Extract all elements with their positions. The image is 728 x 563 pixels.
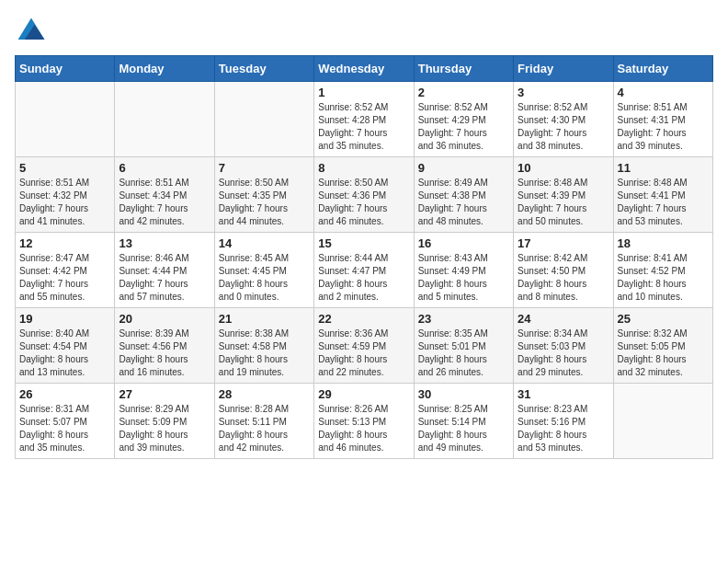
day-number: 24 — [518, 312, 609, 326]
day-number: 17 — [518, 236, 609, 250]
day-number: 2 — [418, 86, 509, 99]
calendar-cell: 10Sunrise: 8:48 AM Sunset: 4:39 PM Dayli… — [514, 157, 613, 233]
day-info: Sunrise: 8:38 AM Sunset: 4:58 PM Dayligh… — [219, 327, 310, 379]
calendar-cell: 27Sunrise: 8:29 AM Sunset: 5:09 PM Dayli… — [115, 384, 214, 459]
day-info: Sunrise: 8:44 AM Sunset: 4:47 PM Dayligh… — [318, 252, 409, 304]
calendar-cell: 18Sunrise: 8:41 AM Sunset: 4:52 PM Dayli… — [613, 233, 712, 308]
day-number: 19 — [19, 312, 110, 326]
calendar-header: SundayMondayTuesdayWednesdayThursdayFrid… — [16, 56, 713, 82]
day-info: Sunrise: 8:35 AM Sunset: 5:01 PM Dayligh… — [418, 327, 509, 379]
day-number: 13 — [119, 236, 210, 250]
calendar-week-row: 26Sunrise: 8:31 AM Sunset: 5:07 PM Dayli… — [16, 384, 713, 459]
weekday-header-saturday: Saturday — [613, 56, 712, 82]
calendar-table: SundayMondayTuesdayWednesdayThursdayFrid… — [15, 55, 713, 459]
day-number: 8 — [318, 161, 409, 175]
day-info: Sunrise: 8:46 AM Sunset: 4:44 PM Dayligh… — [119, 252, 210, 304]
day-number: 22 — [318, 312, 409, 326]
calendar-cell: 11Sunrise: 8:48 AM Sunset: 4:41 PM Dayli… — [613, 157, 712, 233]
day-info: Sunrise: 8:49 AM Sunset: 4:38 PM Dayligh… — [418, 177, 509, 228]
day-info: Sunrise: 8:28 AM Sunset: 5:11 PM Dayligh… — [219, 403, 310, 454]
calendar-cell: 6Sunrise: 8:51 AM Sunset: 4:34 PM Daylig… — [115, 157, 214, 233]
day-info: Sunrise: 8:23 AM Sunset: 5:16 PM Dayligh… — [518, 403, 609, 454]
day-info: Sunrise: 8:29 AM Sunset: 5:09 PM Dayligh… — [119, 403, 210, 454]
calendar-body: 1Sunrise: 8:52 AM Sunset: 4:28 PM Daylig… — [16, 82, 713, 459]
calendar-cell: 23Sunrise: 8:35 AM Sunset: 5:01 PM Dayli… — [414, 308, 513, 384]
day-number: 20 — [119, 312, 210, 326]
day-info: Sunrise: 8:25 AM Sunset: 5:14 PM Dayligh… — [418, 403, 509, 454]
weekday-header-thursday: Thursday — [414, 56, 513, 82]
day-number: 26 — [19, 387, 110, 401]
day-number: 12 — [19, 236, 110, 250]
day-info: Sunrise: 8:36 AM Sunset: 4:59 PM Dayligh… — [318, 327, 409, 379]
day-number: 15 — [318, 236, 409, 250]
calendar-cell: 12Sunrise: 8:47 AM Sunset: 4:42 PM Dayli… — [16, 233, 115, 308]
page-header — [15, 15, 713, 48]
day-info: Sunrise: 8:50 AM Sunset: 4:36 PM Dayligh… — [318, 177, 409, 228]
day-info: Sunrise: 8:47 AM Sunset: 4:42 PM Dayligh… — [19, 252, 110, 304]
day-number: 7 — [219, 161, 310, 175]
weekday-header-monday: Monday — [115, 56, 214, 82]
day-info: Sunrise: 8:48 AM Sunset: 4:39 PM Dayligh… — [518, 177, 609, 228]
calendar-cell: 5Sunrise: 8:51 AM Sunset: 4:32 PM Daylig… — [16, 157, 115, 233]
weekday-header-row: SundayMondayTuesdayWednesdayThursdayFrid… — [16, 56, 713, 82]
calendar-cell: 7Sunrise: 8:50 AM Sunset: 4:35 PM Daylig… — [214, 157, 313, 233]
day-info: Sunrise: 8:41 AM Sunset: 4:52 PM Dayligh… — [618, 252, 709, 304]
day-number: 6 — [119, 161, 210, 175]
weekday-header-sunday: Sunday — [16, 56, 115, 82]
calendar-cell: 2Sunrise: 8:52 AM Sunset: 4:29 PM Daylig… — [414, 82, 513, 157]
day-info: Sunrise: 8:43 AM Sunset: 4:49 PM Dayligh… — [418, 252, 509, 304]
day-number: 21 — [219, 312, 310, 326]
calendar-cell: 21Sunrise: 8:38 AM Sunset: 4:58 PM Dayli… — [214, 308, 313, 384]
calendar-week-row: 12Sunrise: 8:47 AM Sunset: 4:42 PM Dayli… — [16, 233, 713, 308]
calendar-cell — [214, 82, 313, 157]
day-info: Sunrise: 8:48 AM Sunset: 4:41 PM Dayligh… — [618, 177, 709, 228]
calendar-cell: 30Sunrise: 8:25 AM Sunset: 5:14 PM Dayli… — [414, 384, 513, 459]
calendar-week-row: 5Sunrise: 8:51 AM Sunset: 4:32 PM Daylig… — [16, 157, 713, 233]
logo-icon — [15, 15, 48, 48]
day-info: Sunrise: 8:40 AM Sunset: 4:54 PM Dayligh… — [19, 327, 110, 379]
calendar-week-row: 19Sunrise: 8:40 AM Sunset: 4:54 PM Dayli… — [16, 308, 713, 384]
day-number: 25 — [618, 312, 709, 326]
calendar-cell: 9Sunrise: 8:49 AM Sunset: 4:38 PM Daylig… — [414, 157, 513, 233]
calendar-cell — [115, 82, 214, 157]
calendar-cell: 15Sunrise: 8:44 AM Sunset: 4:47 PM Dayli… — [314, 233, 414, 308]
day-number: 23 — [418, 312, 509, 326]
day-info: Sunrise: 8:51 AM Sunset: 4:32 PM Dayligh… — [19, 177, 110, 228]
day-info: Sunrise: 8:45 AM Sunset: 4:45 PM Dayligh… — [219, 252, 310, 304]
calendar-cell — [613, 384, 712, 459]
day-info: Sunrise: 8:51 AM Sunset: 4:34 PM Dayligh… — [119, 177, 210, 228]
logo — [15, 15, 51, 48]
day-info: Sunrise: 8:52 AM Sunset: 4:30 PM Dayligh… — [518, 101, 609, 153]
calendar-cell: 22Sunrise: 8:36 AM Sunset: 4:59 PM Dayli… — [314, 308, 414, 384]
calendar-week-row: 1Sunrise: 8:52 AM Sunset: 4:28 PM Daylig… — [16, 82, 713, 157]
calendar-cell: 29Sunrise: 8:26 AM Sunset: 5:13 PM Dayli… — [314, 384, 414, 459]
calendar-cell: 20Sunrise: 8:39 AM Sunset: 4:56 PM Dayli… — [115, 308, 214, 384]
day-number: 5 — [19, 161, 110, 175]
calendar-cell: 14Sunrise: 8:45 AM Sunset: 4:45 PM Dayli… — [214, 233, 313, 308]
calendar-cell: 16Sunrise: 8:43 AM Sunset: 4:49 PM Dayli… — [414, 233, 513, 308]
day-info: Sunrise: 8:34 AM Sunset: 5:03 PM Dayligh… — [518, 327, 609, 379]
day-number: 18 — [618, 236, 709, 250]
calendar-cell: 24Sunrise: 8:34 AM Sunset: 5:03 PM Dayli… — [514, 308, 613, 384]
calendar-cell: 1Sunrise: 8:52 AM Sunset: 4:28 PM Daylig… — [314, 82, 414, 157]
day-info: Sunrise: 8:32 AM Sunset: 5:05 PM Dayligh… — [618, 327, 709, 379]
day-number: 1 — [318, 86, 409, 99]
day-number: 14 — [219, 236, 310, 250]
day-number: 16 — [418, 236, 509, 250]
day-number: 3 — [518, 86, 609, 99]
day-info: Sunrise: 8:52 AM Sunset: 4:28 PM Dayligh… — [318, 101, 409, 153]
day-number: 31 — [518, 387, 609, 401]
day-info: Sunrise: 8:26 AM Sunset: 5:13 PM Dayligh… — [318, 403, 409, 454]
calendar-cell: 3Sunrise: 8:52 AM Sunset: 4:30 PM Daylig… — [514, 82, 613, 157]
day-number: 28 — [219, 387, 310, 401]
weekday-header-friday: Friday — [514, 56, 613, 82]
calendar-cell: 26Sunrise: 8:31 AM Sunset: 5:07 PM Dayli… — [16, 384, 115, 459]
day-number: 11 — [618, 161, 709, 175]
calendar-cell: 17Sunrise: 8:42 AM Sunset: 4:50 PM Dayli… — [514, 233, 613, 308]
calendar-cell: 13Sunrise: 8:46 AM Sunset: 4:44 PM Dayli… — [115, 233, 214, 308]
calendar-cell: 4Sunrise: 8:51 AM Sunset: 4:31 PM Daylig… — [613, 82, 712, 157]
day-info: Sunrise: 8:51 AM Sunset: 4:31 PM Dayligh… — [618, 101, 709, 153]
day-info: Sunrise: 8:52 AM Sunset: 4:29 PM Dayligh… — [418, 101, 509, 153]
day-info: Sunrise: 8:39 AM Sunset: 4:56 PM Dayligh… — [119, 327, 210, 379]
day-info: Sunrise: 8:31 AM Sunset: 5:07 PM Dayligh… — [19, 403, 110, 454]
